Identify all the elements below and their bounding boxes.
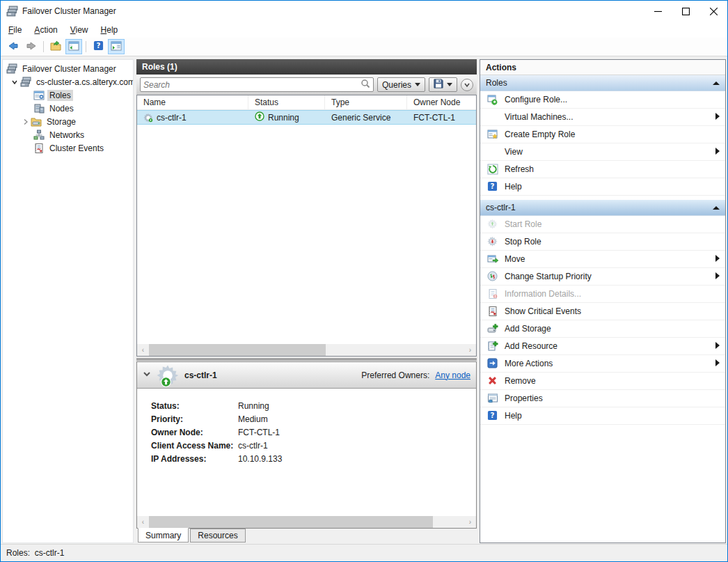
menu-view[interactable]: View (64, 23, 95, 37)
preferred-owners-link[interactable]: Any node (435, 370, 470, 380)
field-status-value: Running (238, 401, 476, 411)
tree-item-roles[interactable]: Roles (3, 88, 133, 102)
expand-search-options-button[interactable] (461, 79, 473, 91)
scroll-left-arrow[interactable]: ‹ (137, 516, 149, 528)
action-remove[interactable]: Remove (480, 373, 725, 390)
stop-role-icon (487, 236, 499, 247)
scrollbar-thumb[interactable] (149, 344, 326, 356)
tree-item-storage[interactable]: Storage (3, 115, 133, 128)
tree-item-nodes-label: Nodes (47, 103, 76, 114)
information-details-icon (487, 288, 499, 299)
more-actions-icon (487, 358, 499, 369)
roles-panel: Roles (1) Queries (136, 59, 477, 543)
action-label: Move (505, 254, 715, 264)
cluster-icon (20, 77, 31, 88)
submenu-arrow-icon (715, 147, 720, 157)
actions-group-role-header[interactable]: cs-ctlr-1 (480, 200, 725, 216)
menu-action[interactable]: Action (28, 23, 63, 37)
scroll-left-arrow[interactable]: ‹ (137, 344, 149, 356)
action-label: Help (505, 411, 720, 421)
horizontal-splitter[interactable] (136, 357, 477, 361)
show-action-pane-button[interactable] (108, 39, 125, 54)
action-configure-role[interactable]: Configure Role... (480, 91, 725, 109)
main-area: Failover Cluster Manager cs-cluster-a.cs… (1, 56, 727, 544)
action-add-storage[interactable]: Add Storage (480, 320, 725, 338)
action-label: More Actions (505, 359, 715, 368)
tree-item-nodes[interactable]: Nodes (3, 102, 133, 115)
collapse-up-icon[interactable] (713, 203, 720, 212)
roles-list: Name Status Type Owner Node cs-ctlr-1 Ru… (136, 95, 477, 357)
detail-role-title: cs-ctlr-1 (184, 370, 356, 380)
chevron-expanded-icon[interactable] (11, 79, 18, 86)
menu-help[interactable]: Help (95, 23, 125, 37)
tree-cluster[interactable]: cs-cluster-a.cs.alteryx.com (3, 75, 133, 88)
tree-item-cluster-events[interactable]: Cluster Events (3, 141, 133, 155)
action-more-actions[interactable]: More Actions (480, 355, 725, 373)
action-show-critical-events[interactable]: Show Critical Events (480, 303, 725, 320)
action-view[interactable]: View (480, 143, 725, 161)
show-console-tree-button[interactable] (65, 39, 82, 54)
export-list-icon (50, 40, 61, 54)
action-create-empty-role[interactable]: Create Empty Role (480, 126, 725, 143)
list-horizontal-scrollbar: ‹ › (137, 344, 476, 356)
tree-cluster-label: cs-cluster-a.cs.alteryx.com (34, 77, 134, 88)
action-stop-role[interactable]: Stop Role (480, 233, 725, 251)
minimize-button[interactable] (644, 1, 672, 22)
action-virtual-machines[interactable]: Virtual Machines... (480, 109, 725, 126)
scroll-right-arrow[interactable]: › (464, 516, 476, 528)
field-priority-label: Priority: (151, 414, 238, 424)
tree-item-networks[interactable]: Networks (3, 128, 133, 141)
action-add-resource[interactable]: Add Resource (480, 338, 725, 355)
help-icon: ? (487, 410, 499, 421)
no-icon (487, 111, 499, 123)
group-title: Roles (486, 78, 713, 88)
action-help-roles[interactable]: ? Help (480, 178, 725, 196)
show-console-tree-icon (68, 40, 79, 54)
scroll-right-arrow[interactable]: › (464, 344, 476, 356)
action-label: Properties (505, 393, 720, 403)
forward-button[interactable] (23, 39, 40, 54)
export-list-button[interactable] (47, 39, 64, 54)
collapse-chevron-icon[interactable] (143, 370, 151, 380)
action-label: Information Details... (505, 289, 720, 299)
search-input[interactable] (143, 80, 361, 90)
tree-item-roles-label: Roles (47, 90, 73, 101)
column-header-status[interactable]: Status (248, 95, 325, 109)
column-header-name[interactable]: Name (137, 95, 248, 109)
tab-summary[interactable]: Summary (138, 528, 189, 543)
scrollbar-track[interactable] (149, 344, 464, 356)
tree-root[interactable]: Failover Cluster Manager (3, 62, 133, 75)
action-properties[interactable]: Properties (480, 390, 725, 407)
roles-panel-title: Roles (1) (136, 59, 477, 75)
action-refresh[interactable]: Refresh (480, 161, 725, 178)
menu-file[interactable]: File (2, 23, 28, 37)
help-button[interactable]: ? (90, 39, 106, 54)
action-label: Virtual Machines... (505, 112, 715, 122)
storage-icon (31, 116, 42, 127)
action-label: Configure Role... (505, 95, 720, 104)
action-help-role[interactable]: ? Help (480, 407, 725, 425)
save-query-button[interactable] (429, 77, 457, 92)
submenu-arrow-icon (715, 341, 720, 351)
scrollbar-thumb[interactable] (149, 516, 433, 528)
tab-resources[interactable]: Resources (190, 529, 245, 543)
scrollbar-track[interactable] (149, 516, 464, 528)
back-button[interactable] (5, 39, 22, 54)
window-title: Failover Cluster Manager (22, 6, 644, 16)
action-move[interactable]: Move (480, 251, 725, 268)
column-header-type[interactable]: Type (325, 95, 407, 109)
action-change-startup-priority[interactable]: Change Startup Priority (480, 268, 725, 286)
queries-button[interactable]: Queries (377, 77, 425, 92)
maximize-button[interactable] (672, 1, 699, 22)
actions-group-roles-header[interactable]: Roles (480, 75, 725, 91)
column-header-owner-node[interactable]: Owner Node (407, 95, 476, 109)
status-bar: Roles: cs-ctlr-1 (1, 544, 727, 561)
action-label: Create Empty Role (505, 130, 720, 139)
collapse-up-icon[interactable] (713, 78, 720, 88)
chevron-collapsed-icon[interactable] (22, 118, 29, 125)
search-box[interactable] (140, 77, 374, 92)
table-row[interactable]: cs-ctlr-1 Running Generic Service FCT-CT… (137, 110, 476, 125)
status-bar-text: Roles: cs-ctlr-1 (6, 548, 64, 558)
submenu-arrow-icon (715, 254, 720, 264)
close-button[interactable] (699, 1, 727, 22)
